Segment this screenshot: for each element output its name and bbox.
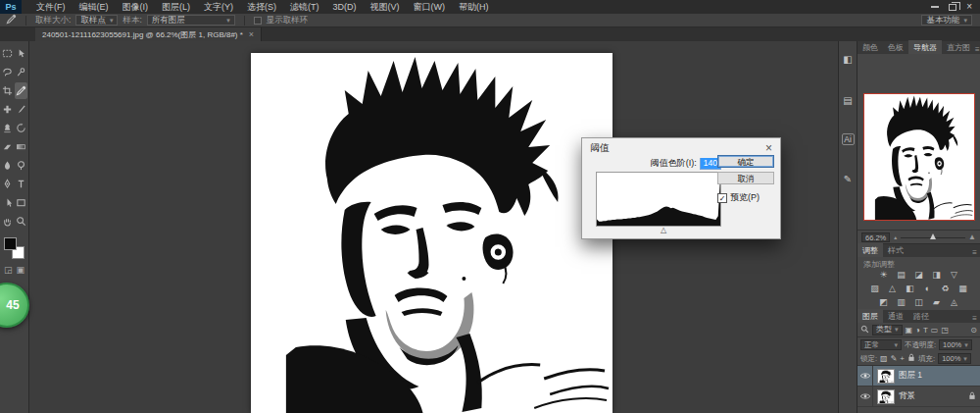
move-tool[interactable] [15,45,27,62]
curves-icon[interactable]: ◪ [912,269,926,282]
menu-image[interactable]: 图像(I) [116,0,156,14]
menu-3d[interactable]: 3D(D) [326,0,364,14]
lock-position-icon[interactable]: + [900,354,905,363]
filter-adjustment-layers-icon[interactable]: ◑ [915,326,920,335]
tab-paths[interactable]: 路径 [908,309,934,323]
quick-mask-icon[interactable]: ◲ [4,265,13,275]
blend-mode-dropdown[interactable]: 正常 ▾ [860,339,902,350]
navigator-thumbnail[interactable] [863,93,975,221]
pen-tool[interactable] [1,176,14,192]
panel-menu-icon[interactable]: ≡ [975,45,980,54]
sample-dropdown[interactable]: 所有图层 ▾ [147,15,235,26]
menu-filter[interactable]: 滤镜(T) [283,0,326,14]
tab-swatches[interactable]: 色板 [883,40,908,54]
clone-stamp-tool[interactable] [1,120,14,136]
foreground-color-swatch[interactable] [4,237,17,250]
photo-filter-icon[interactable]: ◐ [921,283,935,295]
visibility-eye-icon[interactable] [858,366,873,387]
horizontal-type-tool[interactable] [15,176,27,192]
lasso-tool[interactable] [1,64,14,80]
zoom-tool[interactable] [15,213,27,230]
color-lookup-icon[interactable]: ▦ [956,283,970,295]
panel-menu-icon[interactable]: ≡ [972,248,980,257]
menu-select[interactable]: 选择(S) [240,0,283,14]
lock-pixels-icon[interactable]: ✎ [891,354,898,363]
invert-icon[interactable]: ◩ [877,296,891,309]
zoom-out-icon[interactable]: ▲ [893,234,898,240]
tab-adjustments[interactable]: 调整 [858,243,883,257]
black-white-icon[interactable]: ◧ [904,283,917,295]
show-sampling-ring-checkbox[interactable] [254,17,262,25]
posterize-icon[interactable]: ▥ [895,296,908,309]
tab-color[interactable]: 颜色 [858,40,883,54]
visibility-eye-icon[interactable] [858,387,873,407]
layer-row-layer-1[interactable]: 图层 1 [858,366,980,387]
layer-thumbnail[interactable] [877,369,895,384]
menu-view[interactable]: 视图(V) [364,0,407,14]
lock-transparency-icon[interactable]: ▨ [880,354,888,363]
layer-name[interactable]: 图层 1 [899,370,922,382]
workspace-dropdown[interactable]: 基本功能 ▾ [921,15,972,26]
restore-icon[interactable] [949,4,956,11]
brush-tool[interactable] [15,101,27,118]
screen-mode-icon[interactable]: ▣ [17,265,25,275]
gradient-map-icon[interactable]: ▰ [930,296,944,309]
eyedropper-tool[interactable] [15,82,27,99]
ok-button[interactable]: 确定 [717,155,774,168]
minimize-icon[interactable] [931,6,939,8]
dialog-close-icon[interactable]: × [765,143,772,153]
threshold-icon[interactable]: ◫ [912,296,926,309]
filter-pixel-layers-icon[interactable]: ▣ [906,326,913,335]
threshold-slider-thumb[interactable]: △ [661,226,666,234]
filter-type-layers-icon[interactable]: T [923,326,928,335]
menu-file[interactable]: 文件(F) [29,0,73,14]
slider-thumb[interactable] [930,233,936,239]
menu-edit[interactable]: 编辑(E) [73,0,116,14]
brush-panel-icon[interactable]: ✎ [840,171,856,186]
layer-filter-type-dropdown[interactable]: 类型 ▾ [872,325,903,336]
canvas-image[interactable] [251,53,612,413]
properties-panel-icon[interactable]: ▤ [840,92,856,108]
tab-navigator[interactable]: 导航器 [908,40,942,54]
quick-selection-tool[interactable] [15,64,27,80]
history-panel-icon[interactable]: ◧ [840,51,856,67]
tab-close-icon[interactable]: × [249,29,254,39]
layer-row-background[interactable]: 背景 [858,387,980,407]
blur-tool[interactable] [1,157,14,174]
path-selection-tool[interactable] [1,194,14,211]
layer-thumbnail[interactable] [877,389,895,404]
color-balance-icon[interactable]: △ [886,283,900,295]
filter-toggle-icon[interactable]: ⊙ [970,326,977,335]
tab-histogram[interactable]: 直方图 [942,40,975,54]
filter-shape-layers-icon[interactable]: ▭ [931,326,939,335]
hue-saturation-icon[interactable]: ▨ [868,283,882,295]
eraser-tool[interactable] [1,138,14,155]
menu-window[interactable]: 窗口(W) [407,0,453,14]
navigator-zoom-value[interactable]: 66.2% [861,232,890,242]
panel-menu-icon[interactable]: ≡ [972,314,980,323]
ai-panel-icon[interactable]: Ai [842,133,855,145]
navigator-zoom-slider[interactable] [901,232,965,242]
sample-size-dropdown[interactable]: 取样点 ▾ [75,15,118,26]
layer-name[interactable]: 背景 [899,390,915,402]
tab-channels[interactable]: 通道 [883,309,908,323]
document-tab[interactable]: 240501-12111623055691.jpg @ 66.2%(图层 1, … [35,27,262,41]
gradient-tool[interactable] [15,138,27,155]
menu-type[interactable]: 文字(Y) [197,0,240,14]
tab-layers[interactable]: 图层 [858,309,883,323]
spot-healing-brush-tool[interactable] [1,101,14,118]
hand-tool[interactable] [1,213,14,230]
preview-checkbox[interactable]: ✓ [717,193,727,203]
brightness-contrast-icon[interactable]: ☀ [877,269,891,282]
menu-help[interactable]: 帮助(H) [452,0,496,14]
crop-tool[interactable] [1,82,14,99]
exposure-icon[interactable]: ◨ [930,269,944,282]
vibrance-icon[interactable]: ▽ [948,269,961,282]
rectangular-marquee-tool[interactable] [1,45,14,62]
fill-value[interactable]: 100% ▾ [938,353,971,364]
zoom-in-icon[interactable]: ▲ [968,232,976,241]
dialog-title-bar[interactable]: 阈值 × [582,138,780,156]
close-icon[interactable]: × [966,2,972,12]
selective-color-icon[interactable]: ◬ [948,296,961,309]
rectangle-shape-tool[interactable] [15,194,27,211]
